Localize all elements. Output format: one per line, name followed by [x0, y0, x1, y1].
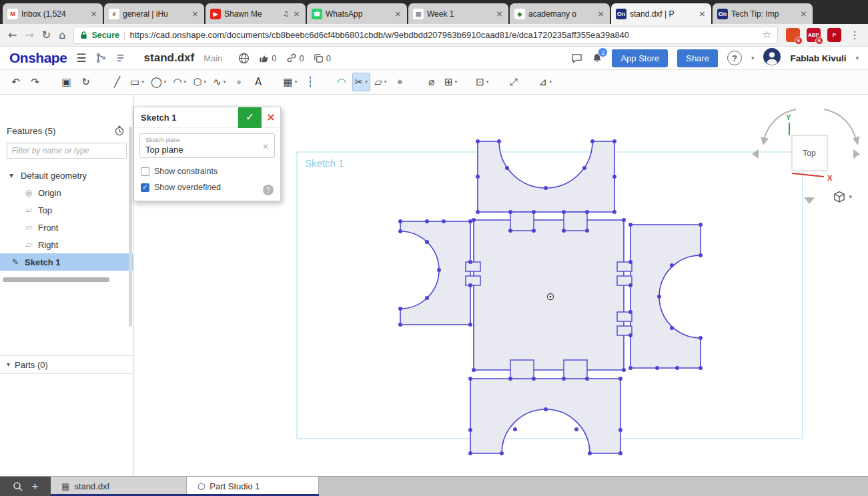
tool-use-project[interactable]: ⌖: [391, 73, 409, 91]
tool-mirror[interactable]: ▦ ▾: [281, 73, 300, 91]
tab-close-icon[interactable]: ×: [799, 9, 808, 18]
tab-general[interactable]: # general | iHu ×: [104, 3, 204, 24]
help-button[interactable]: ?: [727, 51, 742, 65]
tree-item-top[interactable]: ▱ Top: [0, 201, 133, 219]
checkbox-show-constraints[interactable]: Show constraints: [134, 163, 280, 179]
home-button[interactable]: ⌂: [59, 30, 65, 41]
back-button[interactable]: ←: [8, 30, 17, 41]
tool-rectangle[interactable]: ▭ ▾: [127, 73, 147, 91]
tree-item-right[interactable]: ▱ Right: [0, 236, 133, 253]
extension-blocker[interactable]: 6: [786, 28, 800, 42]
app-menu-icon[interactable]: ☰: [76, 53, 86, 64]
parts-header[interactable]: ▾ Parts (0): [0, 355, 133, 374]
tool-line[interactable]: ╱: [108, 73, 126, 91]
rotate-right-arrow[interactable]: [824, 109, 856, 140]
tool-undo[interactable]: ↶: [7, 73, 25, 91]
new-tab-button[interactable]: +: [32, 480, 39, 493]
tool-derived[interactable]: ↻: [77, 73, 95, 91]
tool-offset[interactable]: ▱ ▾: [372, 73, 390, 91]
tool-polygon[interactable]: ⬡ ▾: [190, 73, 209, 91]
checkbox-show-overdefined[interactable]: Show overdefined: [134, 179, 280, 195]
tool-point[interactable]: ∘: [230, 73, 248, 91]
tab-close-icon[interactable]: ×: [698, 9, 707, 18]
tree-item-origin[interactable]: ◎ Origin: [0, 184, 133, 201]
checkbox-box[interactable]: [141, 167, 149, 176]
public-globe-icon[interactable]: [238, 53, 250, 64]
tree-item-sketch-1[interactable]: ✎ Sketch 1: [0, 253, 133, 271]
tab-academany[interactable]: ◈ academany o ×: [510, 3, 610, 24]
tool-copy[interactable]: ▣: [57, 73, 75, 91]
tab-shawn[interactable]: ▶ Shawn Me ♫ ×: [205, 3, 306, 24]
versions-icon[interactable]: [96, 53, 106, 63]
tool-fillet[interactable]: ◠: [333, 73, 351, 91]
url-text[interactable]: https://cad.onshape.com/documents/cb8bee…: [129, 30, 758, 40]
tree-item-default-geometry[interactable]: ▾ Default geometry: [0, 167, 133, 184]
like-counter[interactable]: 0: [259, 53, 276, 63]
sketch-plane-field[interactable]: Sketch plane Top plane ×: [139, 133, 275, 158]
sketch-geometry[interactable]: [398, 139, 703, 455]
user-name[interactable]: Fablab Kivuli: [790, 53, 846, 63]
features-horizontal-scrollbar[interactable]: [3, 277, 109, 282]
app-header: Onshape ☰ stand.dxf Main 0 0 0 2 App Sto…: [0, 47, 868, 70]
tab-close-icon[interactable]: ×: [89, 9, 98, 18]
reload-button[interactable]: ↻: [42, 30, 51, 41]
tool-text[interactable]: A: [250, 73, 268, 91]
tab-inbox[interactable]: M Inbox (1,524 ×: [3, 3, 103, 24]
features-vertical-scrollbar[interactable]: [129, 127, 132, 327]
dialog-cancel-button[interactable]: ×: [262, 107, 280, 128]
copy-counter[interactable]: 0: [314, 53, 331, 63]
tab-close-icon[interactable]: ×: [394, 9, 402, 18]
dialog-confirm-button[interactable]: ✓: [238, 107, 262, 128]
extension-abp[interactable]: ABP 6: [807, 28, 821, 42]
tab-tech-tip[interactable]: On Tech Tip: Imp ×: [713, 3, 813, 24]
extension-pinterest[interactable]: P: [827, 28, 841, 42]
tool-pattern[interactable]: ⊞ ▾: [442, 73, 460, 91]
chat-icon[interactable]: [571, 53, 582, 64]
tool-centerline[interactable]: ┆: [302, 73, 320, 91]
plane-clear-icon[interactable]: ×: [262, 143, 269, 151]
tab-stand-dxf[interactable]: On stand.dxf | P ×: [611, 3, 711, 24]
pan-left-arrow[interactable]: [752, 149, 759, 159]
bottomtab-stand-dxf[interactable]: ▦ stand.dxf: [51, 477, 187, 496]
pan-down-arrow[interactable]: [804, 197, 815, 204]
tab-close-icon[interactable]: ×: [191, 9, 199, 18]
browser-menu-icon[interactable]: ⋮: [849, 30, 860, 41]
tool-circle[interactable]: ◯ ▾: [148, 73, 169, 91]
bottomtab-part-studio[interactable]: ⬡ Part Studio 1: [187, 477, 319, 496]
history-icon[interactable]: [115, 53, 125, 63]
tab-manager-icon[interactable]: [13, 481, 23, 491]
dialog-help-icon[interactable]: ?: [263, 185, 274, 195]
tab-close-icon[interactable]: ×: [596, 9, 605, 18]
tool-arc[interactable]: ◠ ▾: [171, 73, 189, 91]
tool-dimension[interactable]: ⌀: [422, 73, 440, 91]
tool-transform[interactable]: ⤢: [505, 73, 523, 91]
tool-spline[interactable]: ∿ ▾: [210, 73, 228, 91]
tab-week1[interactable]: ▤ Week 1 ×: [408, 3, 508, 24]
filter-input[interactable]: [7, 143, 127, 159]
pan-right-arrow[interactable]: [853, 149, 860, 159]
tree-item-front[interactable]: ▱ Front: [0, 219, 133, 236]
rotate-left-arrow[interactable]: [764, 109, 796, 140]
tab-close-icon[interactable]: ×: [292, 9, 301, 18]
share-button[interactable]: Share: [677, 49, 718, 67]
view-options-cube[interactable]: ▾: [833, 191, 852, 203]
tool-constraint[interactable]: ⊿ ▾: [536, 73, 554, 91]
link-counter[interactable]: 0: [286, 53, 304, 63]
notifications-icon[interactable]: 2: [592, 53, 602, 64]
checkbox-box[interactable]: [141, 183, 149, 192]
tool-redo[interactable]: ↷: [26, 73, 44, 91]
onshape-logo[interactable]: Onshape: [9, 50, 67, 66]
tool-insert-dxf[interactable]: ⊡ ▾: [473, 73, 491, 91]
tab-close-icon[interactable]: ×: [495, 9, 504, 18]
user-menu-caret-icon[interactable]: ▾: [855, 55, 859, 61]
rollback-stopwatch-icon[interactable]: [114, 125, 125, 136]
forward-button[interactable]: →: [25, 30, 33, 41]
bookmark-star-icon[interactable]: ☆: [763, 30, 771, 40]
tab-whatsapp[interactable]: ☎ WhatsApp ×: [307, 3, 407, 24]
tool-trim[interactable]: ✂ ▾: [352, 73, 370, 91]
user-avatar[interactable]: [763, 48, 781, 68]
tree-item-label: Right: [38, 240, 58, 250]
url-box[interactable]: Secure | https://cad.onshape.com/documen…: [73, 27, 778, 44]
extension-badge: 6: [815, 37, 823, 45]
app-store-button[interactable]: App Store: [612, 49, 668, 67]
